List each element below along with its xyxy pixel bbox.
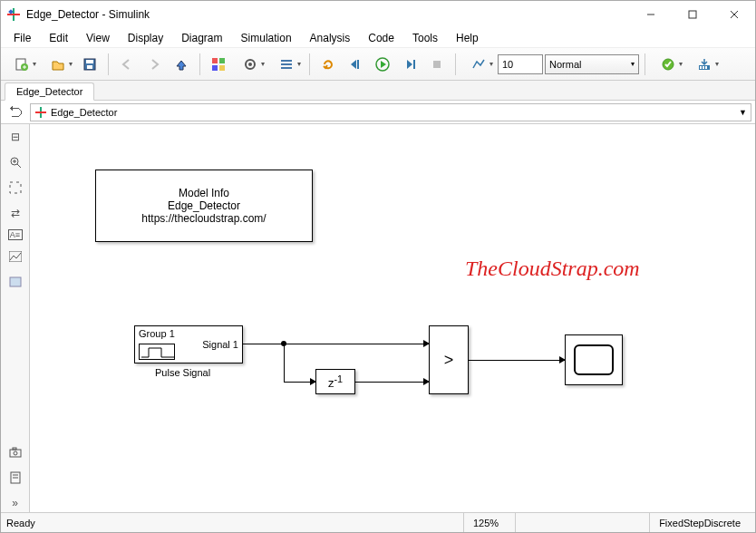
menu-help[interactable]: Help [447, 30, 488, 46]
report-icon[interactable] [6, 469, 24, 487]
image-icon[interactable] [6, 247, 24, 266]
svg-rect-30 [703, 66, 704, 69]
maximize-button[interactable] [672, 1, 713, 28]
svg-rect-20 [281, 60, 292, 62]
svg-rect-1 [7, 14, 20, 15]
svg-rect-17 [219, 65, 225, 71]
menu-display[interactable]: Display [119, 30, 172, 46]
menu-diagram[interactable]: Diagram [172, 30, 231, 46]
library-browser-button[interactable] [206, 52, 231, 77]
zoom-in-icon[interactable] [6, 153, 24, 171]
hide-browser-icon[interactable]: ⊟ [6, 128, 24, 146]
svg-line-35 [17, 164, 21, 168]
compare-op: > [444, 351, 454, 370]
svg-rect-21 [281, 63, 292, 65]
svg-rect-38 [10, 182, 21, 193]
svg-rect-14 [212, 58, 218, 63]
new-model-button[interactable] [5, 52, 39, 77]
close-button[interactable] [713, 1, 755, 28]
status-ready: Ready [6, 518, 35, 528]
menu-simulation[interactable]: Simulation [232, 30, 301, 46]
run-button[interactable] [370, 52, 395, 77]
signal-builder-block[interactable]: Group 1 Signal 1 [134, 325, 243, 363]
fast-restart-button[interactable] [315, 52, 341, 77]
svg-rect-16 [212, 65, 218, 71]
minimize-button[interactable] [630, 1, 672, 28]
svg-rect-15 [219, 58, 225, 63]
deploy-button[interactable] [687, 52, 722, 77]
model-icon [34, 106, 47, 119]
svg-rect-25 [413, 60, 415, 69]
menu-edit[interactable]: Edit [40, 30, 77, 46]
annotations-icon[interactable]: A≡ [8, 229, 23, 240]
back-button[interactable] [114, 52, 140, 77]
statusbar: Ready 125% FixedStepDiscrete [1, 512, 755, 532]
svg-rect-22 [281, 67, 292, 69]
model-canvas[interactable]: Model Info Edge_Detector https://theclou… [30, 124, 755, 512]
svg-rect-4 [689, 11, 696, 18]
model-info-block[interactable]: Model Info Edge_Detector https://theclou… [95, 170, 313, 242]
model-config-button[interactable] [233, 52, 267, 77]
menu-view[interactable]: View [77, 30, 119, 46]
open-button[interactable] [41, 52, 75, 77]
breadcrumb[interactable]: Edge_Detector ▼ [30, 103, 751, 121]
menu-code[interactable]: Code [359, 30, 403, 46]
data-inspector-button[interactable] [461, 52, 496, 77]
svg-rect-31 [705, 66, 707, 69]
titlebar: Edge_Detector - Simulink [1, 1, 755, 28]
svg-rect-43 [13, 448, 16, 450]
simulink-app-icon [6, 7, 21, 22]
svg-point-19 [248, 63, 252, 66]
model-info-line2: Edge_Detector [168, 199, 240, 212]
arrow-icon [559, 356, 566, 363]
menubar: File Edit View Display Diagram Simulatio… [1, 28, 755, 48]
menu-tools[interactable]: Tools [403, 30, 447, 46]
siggen-group-label: Group 1 [139, 328, 175, 339]
relational-operator-block[interactable]: > [429, 325, 469, 394]
delay-label: z-1 [328, 373, 343, 390]
build-button[interactable] [651, 52, 685, 77]
step-forward-button[interactable] [397, 52, 422, 77]
svg-rect-39 [9, 251, 22, 262]
toggle-perspective-icon[interactable]: ⇄ [6, 204, 24, 222]
svg-rect-29 [700, 66, 702, 69]
status-zoom[interactable]: 125% [463, 513, 508, 532]
svg-rect-26 [433, 61, 441, 68]
model-tab[interactable]: Edge_Detector [5, 82, 94, 101]
menu-file[interactable]: File [5, 30, 40, 46]
signal-builder-name: Pulse Signal [155, 367, 210, 378]
menu-analysis[interactable]: Analysis [301, 30, 360, 46]
step-back-button[interactable] [343, 52, 368, 77]
arrow-icon [310, 378, 316, 385]
wire [469, 360, 565, 361]
arrow-icon [423, 378, 430, 385]
up-button[interactable] [169, 52, 194, 77]
model-explorer-button[interactable] [269, 52, 304, 77]
simulation-stop-time-input[interactable] [498, 54, 543, 74]
watermark-text: TheCloudStrap.com [465, 257, 640, 281]
status-solver[interactable]: FixedStepDiscrete [649, 513, 750, 532]
nav-history-button[interactable]: ⮌ [1, 104, 30, 121]
wire [243, 344, 284, 344]
chevron-down-icon: ▼ [739, 108, 747, 117]
expand-panel-icon[interactable]: » [6, 494, 24, 512]
area-icon[interactable] [6, 273, 24, 291]
scope-block[interactable] [565, 334, 623, 385]
forward-button[interactable] [141, 52, 167, 77]
svg-rect-12 [86, 60, 93, 63]
screenshot-icon[interactable] [6, 443, 24, 461]
save-button[interactable] [77, 52, 102, 77]
svg-rect-40 [10, 277, 21, 286]
model-info-line1: Model Info [179, 187, 229, 199]
svg-rect-41 [10, 450, 21, 457]
unit-delay-block[interactable]: z-1 [315, 369, 355, 394]
toolbar: Normal▾ [1, 48, 755, 81]
model-info-line3: https://thecloudstrap.com/ [141, 212, 266, 225]
scope-screen-icon [574, 344, 614, 375]
stop-button[interactable] [424, 52, 450, 77]
fit-view-icon[interactable] [6, 179, 24, 197]
simulation-mode-select[interactable]: Normal▾ [545, 54, 639, 74]
canvas-palette: ⊟ ⇄ A≡ » [1, 124, 30, 512]
wire [284, 344, 429, 344]
model-tab-strip: Edge_Detector [1, 81, 755, 101]
